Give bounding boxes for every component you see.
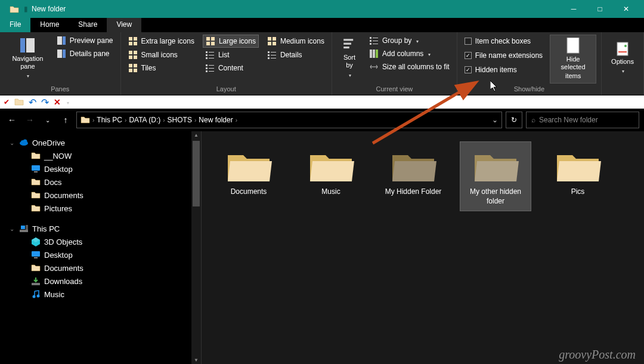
- breadcrumb-folder[interactable]: New folder: [199, 116, 233, 124]
- maximize-button[interactable]: □: [587, 0, 613, 18]
- svg-rect-30: [63, 50, 66, 58]
- chevron-down-icon: [348, 71, 351, 79]
- ribbon-group-layout: Extra large icons Large icons Medium ico…: [121, 32, 332, 95]
- search-box[interactable]: ⌕ Search New folder: [526, 112, 639, 128]
- refresh-button[interactable]: ↻: [506, 112, 522, 128]
- address-bar[interactable]: › This PC › DATA (D:) › SHOTS › New fold…: [76, 112, 502, 128]
- folder-icon: [80, 115, 90, 125]
- ribbon-group-label: Show/hide: [462, 84, 596, 94]
- ribbon-group-label: Current view: [337, 84, 452, 94]
- sidebar-pictures[interactable]: Pictures: [0, 202, 201, 215]
- qat-redo-icon[interactable]: ↷: [41, 97, 49, 108]
- scrollbar-thumb[interactable]: [193, 141, 200, 206]
- sidebar-thispc[interactable]: ⌄This PC: [0, 222, 201, 235]
- forward-button[interactable]: →: [23, 113, 37, 127]
- folder-icon: [31, 190, 41, 200]
- up-button[interactable]: ↑: [58, 113, 73, 127]
- tab-home[interactable]: Home: [30, 18, 69, 32]
- sidebar-onedrive[interactable]: ⌄OneDrive: [0, 136, 201, 149]
- chevron-down-icon: [427, 50, 431, 58]
- qat-undo-icon[interactable]: ↶: [29, 97, 36, 108]
- scroll-up-icon[interactable]: ▲: [194, 132, 199, 138]
- download-icon: [31, 276, 41, 286]
- details-pane-button[interactable]: Details pane: [54, 48, 116, 60]
- addcol-icon: [369, 49, 379, 58]
- tab-file[interactable]: File: [0, 18, 30, 32]
- minimize-button[interactable]: ─: [561, 0, 587, 18]
- svg-rect-25: [20, 38, 25, 53]
- layout-content[interactable]: Content: [203, 62, 259, 74]
- qat-delete-icon[interactable]: ✕: [54, 97, 61, 107]
- sidebar-music[interactable]: Music: [0, 288, 201, 301]
- folder-icon: [472, 147, 519, 184]
- chevron-right-icon: ›: [236, 117, 237, 124]
- sidebar-desktop[interactable]: Desktop: [0, 162, 201, 175]
- hide-doc-icon: [564, 38, 583, 54]
- sidebar-documents[interactable]: Documents: [0, 189, 201, 202]
- search-icon: ⌕: [531, 116, 535, 124]
- folder-item[interactable]: My Hidden Folder: [378, 142, 448, 202]
- folder-item[interactable]: Pics: [543, 142, 613, 202]
- sortby-button[interactable]: Sort by: [337, 35, 362, 81]
- monitor-icon: [31, 250, 41, 260]
- qat-check-icon[interactable]: ✔: [4, 98, 10, 106]
- chevron-right-icon: ›: [194, 117, 196, 124]
- hidden-items-toggle[interactable]: Hidden items: [462, 64, 545, 75]
- sidebar-now[interactable]: __NOW: [0, 149, 201, 162]
- qat-folder-icon[interactable]: [14, 97, 24, 107]
- breadcrumb-drive[interactable]: DATA (D:): [129, 116, 160, 124]
- hide-selected-button[interactable]: Hide selected items: [550, 35, 596, 84]
- preview-pane-button[interactable]: Preview pane: [54, 35, 116, 47]
- titlebar: ▮ New folder ─ □ ✕: [0, 0, 644, 18]
- groupby-button[interactable]: Group by: [367, 35, 452, 47]
- layout-details[interactable]: Details: [265, 49, 327, 61]
- checkbox-checked-icon: [465, 52, 472, 59]
- options-button[interactable]: Options: [606, 35, 639, 81]
- cube-icon: [31, 237, 41, 246]
- chevron-down-icon: [26, 72, 29, 79]
- sidebar-documents2[interactable]: Documents: [0, 261, 201, 274]
- folder-item[interactable]: My other hidden folder: [460, 142, 531, 211]
- svg-rect-27: [57, 36, 62, 45]
- sidebar-3dobjects[interactable]: 3D Objects: [0, 235, 201, 248]
- sidebar-desktop2[interactable]: Desktop: [0, 248, 201, 261]
- address-dropdown-icon[interactable]: ⌄: [492, 116, 498, 124]
- layout-tiles[interactable]: Tiles: [126, 62, 197, 74]
- layout-medium[interactable]: Medium icons: [265, 35, 327, 48]
- folder-item[interactable]: Documents: [213, 142, 284, 202]
- breadcrumb-shots[interactable]: SHOTS: [168, 116, 192, 124]
- tab-view[interactable]: View: [107, 18, 141, 32]
- list-icon: [205, 50, 215, 60]
- close-button[interactable]: ✕: [613, 0, 639, 18]
- cloud-icon: [19, 138, 29, 147]
- details-icon: [267, 50, 277, 60]
- file-extensions-toggle[interactable]: File name extensions: [462, 50, 545, 61]
- tab-share[interactable]: Share: [69, 18, 107, 32]
- scroll-down-icon[interactable]: ▼: [194, 357, 199, 363]
- breadcrumb-thispc[interactable]: This PC: [97, 116, 122, 124]
- addcolumns-button[interactable]: Add columns: [367, 48, 452, 60]
- qat-more-icon[interactable]: [66, 98, 69, 106]
- preview-pane-icon: [57, 36, 66, 45]
- medium-icon: [267, 36, 277, 46]
- layout-xlarge[interactable]: Extra large icons: [126, 35, 197, 48]
- svg-rect-33: [376, 50, 378, 58]
- music-icon: [31, 289, 41, 299]
- layout-large[interactable]: Large icons: [203, 35, 259, 48]
- scrollbar[interactable]: ▲ ▼: [191, 131, 201, 364]
- folder-label: Documents: [231, 187, 267, 197]
- layout-small[interactable]: Small icons: [126, 49, 197, 61]
- ribbon-group-label: Layout: [126, 84, 327, 94]
- sidebar-downloads[interactable]: Downloads: [0, 274, 201, 288]
- navigation-pane-button[interactable]: Navigation pane: [5, 35, 51, 82]
- recent-dropdown[interactable]: ⌄: [41, 113, 55, 127]
- item-checkboxes-toggle[interactable]: Item check boxes: [462, 36, 545, 47]
- folder-label: Music: [321, 187, 340, 197]
- folder-item[interactable]: Music: [296, 142, 366, 202]
- sizeall-button[interactable]: Size all columns to fit: [367, 61, 452, 73]
- folder-icon: [308, 147, 354, 184]
- back-button[interactable]: ←: [5, 113, 19, 127]
- layout-list[interactable]: List: [203, 49, 259, 61]
- sidebar-docs[interactable]: Docs: [0, 175, 201, 189]
- checkbox-checked-icon: [465, 66, 472, 73]
